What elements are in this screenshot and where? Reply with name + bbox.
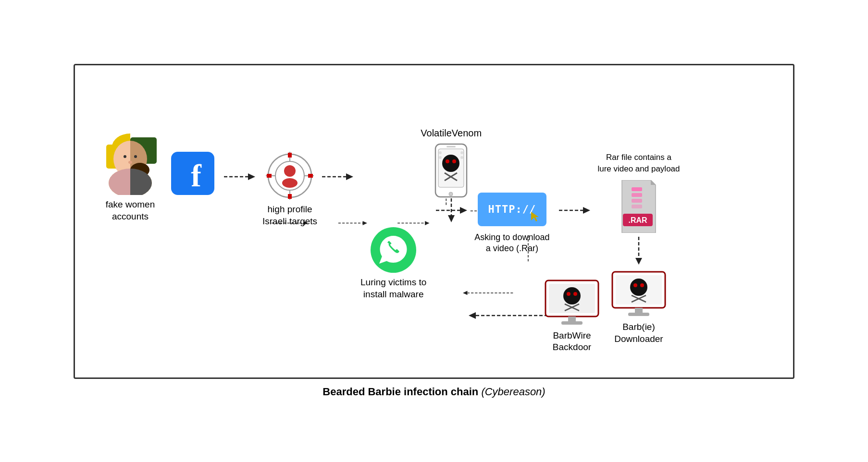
fake-women-node: fake women accounts [104, 133, 157, 222]
target-label: high profile Israeli targets [262, 204, 317, 227]
diagram-caption: Bearded Barbie infection chain (Cybereas… [322, 386, 545, 398]
svg-point-25 [124, 155, 126, 158]
volatile-venom-label: VolatileVenom [421, 127, 482, 139]
facebook-node: f [171, 152, 214, 195]
svg-rect-72 [632, 199, 642, 203]
svg-point-27 [128, 161, 132, 164]
barbwire-backdoor-node: BarbWire Backdoor [543, 278, 601, 353]
svg-point-26 [134, 155, 137, 158]
svg-rect-70 [632, 187, 642, 191]
barbie-downloader-icon [610, 269, 668, 317]
arrow-barbie-barbwire [461, 278, 543, 353]
arrow-volatile-down [444, 198, 459, 222]
facebook-icon: f [171, 152, 214, 195]
volatile-venom-phone [433, 143, 469, 198]
whatsapp-icon [371, 227, 416, 273]
svg-rect-37 [288, 194, 292, 199]
barbie-downloader-label: Barb(ie) Downloader [614, 321, 663, 345]
outer-container: fake women accounts f [74, 64, 794, 398]
svg-text:f: f [191, 158, 202, 193]
svg-rect-83 [635, 291, 643, 295]
rar-section: Rar file contains a lure video and paylo… [597, 152, 680, 345]
svg-marker-89 [469, 312, 476, 319]
svg-marker-45 [346, 173, 353, 180]
caption-italic: (Cybereason) [481, 386, 545, 398]
svg-rect-98 [568, 316, 576, 321]
svg-point-57 [439, 156, 442, 159]
svg-rect-55 [446, 146, 456, 147]
svg-marker-67 [583, 207, 590, 214]
http-node: HTTP:// Asking to download a video (.Rar… [474, 193, 549, 255]
cursor-icon [529, 210, 543, 223]
diagram-box: fake women accounts f [74, 64, 794, 379]
svg-rect-51 [447, 167, 455, 171]
barbie-downloader-node: Barb(ie) Downloader [610, 269, 668, 345]
svg-point-82 [640, 283, 644, 287]
caption-bold: Bearded Barbie infection chain [322, 386, 478, 398]
http-button: HTTP:// [478, 193, 547, 226]
svg-point-54 [449, 192, 453, 196]
svg-point-81 [633, 283, 637, 287]
svg-rect-71 [632, 193, 642, 197]
svg-point-93 [567, 292, 570, 296]
svg-point-58 [460, 151, 463, 154]
svg-marker-31 [248, 173, 255, 180]
fake-women-label: fake women accounts [106, 199, 155, 222]
target-node: high profile Israeli targets [262, 152, 317, 227]
svg-marker-65 [531, 212, 539, 221]
whatsapp-node: Luring victims to install malware [360, 227, 426, 300]
http-sublabel: Asking to download a video (.Rar) [474, 232, 549, 255]
svg-marker-69 [651, 180, 656, 185]
target-icon [266, 152, 314, 200]
rar-file-icon: .RAR [617, 180, 660, 233]
rar-label: Rar file contains a lure video and paylo… [597, 152, 680, 175]
volatile-venom-node: VolatileVenom [421, 123, 482, 222]
svg-rect-86 [635, 308, 643, 313]
luring-label: Luring victims to install malware [360, 277, 426, 300]
svg-point-59 [460, 156, 463, 159]
svg-rect-41 [308, 174, 313, 178]
barbwire-backdoor-icon [543, 278, 601, 326]
whatsapp-volatile-group: VolatileVenom [360, 123, 426, 300]
svg-rect-35 [288, 153, 292, 158]
svg-marker-77 [635, 258, 642, 265]
svg-point-56 [439, 151, 442, 154]
svg-marker-61 [448, 215, 455, 222]
svg-rect-87 [628, 313, 649, 316]
arrow2 [322, 171, 356, 182]
svg-point-43 [282, 178, 298, 188]
barbwire-backdoor-label: BarbWire Backdoor [553, 330, 591, 353]
arrow-rar-down [632, 237, 646, 266]
arrow4 [559, 205, 593, 216]
svg-rect-99 [561, 321, 583, 325]
svg-rect-39 [267, 174, 272, 178]
svg-point-94 [573, 292, 577, 296]
diagram-content: fake women accounts f [104, 123, 764, 353]
fake-women-avatar [104, 133, 157, 195]
svg-point-50 [452, 159, 456, 163]
arrow1 [224, 171, 258, 182]
svg-point-49 [446, 159, 449, 163]
svg-point-42 [284, 165, 296, 177]
svg-text:.RAR: .RAR [628, 216, 647, 224]
svg-rect-73 [632, 205, 642, 208]
svg-rect-95 [568, 300, 576, 304]
